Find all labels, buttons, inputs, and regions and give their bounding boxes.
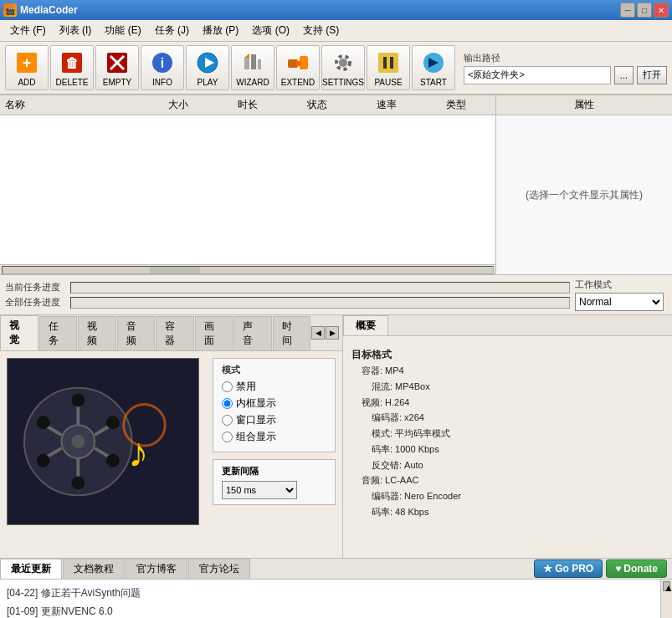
properties-panel: 属性 (选择一个文件显示其属性) xyxy=(496,95,672,274)
right-tab-summary[interactable]: 概要 xyxy=(343,315,388,335)
news-area-row: [04-22] 修正若干AviSynth问题 [01-09] 更新NVENC 6… xyxy=(0,580,672,618)
menu-list[interactable]: 列表 (I) xyxy=(53,22,99,39)
delete-icon: 🗑 xyxy=(59,49,85,76)
toolbar: + ADD 🗑 DELETE EMPTY i xyxy=(0,42,672,95)
app-icon: 🎬 xyxy=(3,3,17,17)
file-list-body[interactable] xyxy=(0,115,495,264)
right-panel: 概要 目标格式 容器: MP4 混流: MP4Box 视频: H.264 编码器… xyxy=(343,315,672,558)
menu-file[interactable]: 文件 (F) xyxy=(3,22,53,39)
info-button[interactable]: i INFO xyxy=(141,45,184,90)
close-button[interactable]: ✕ xyxy=(654,3,669,18)
browse-button[interactable]: ... xyxy=(614,66,634,84)
menu-function[interactable]: 功能 (E) xyxy=(98,22,147,39)
play-button[interactable]: PLAY xyxy=(186,45,229,90)
work-mode-label: 工作模式 xyxy=(575,278,612,291)
tab-task[interactable]: 任务 xyxy=(39,316,78,350)
output-path-input[interactable] xyxy=(464,66,611,84)
delete-button[interactable]: 🗑 DELETE xyxy=(50,45,94,90)
gopro-button[interactable]: ★ Go PRO xyxy=(534,559,603,578)
radio-window-label: 窗口显示 xyxy=(236,413,276,427)
svg-point-36 xyxy=(71,477,85,490)
work-mode-select[interactable]: Normal Background Server xyxy=(575,293,664,311)
all-progress-row: 全部任务进度 xyxy=(5,296,570,309)
summary-video: 视频: H.264 xyxy=(351,395,664,411)
svg-point-18 xyxy=(339,59,347,67)
scrollbar-thumb[interactable] xyxy=(150,267,200,273)
tab-container[interactable]: 容器 xyxy=(156,316,194,350)
titlebar-left: 🎬 MediaCoder xyxy=(3,3,78,17)
extend-button[interactable]: EXTEND xyxy=(276,45,320,90)
add-button[interactable]: + ADD xyxy=(5,45,49,90)
radio-window-input[interactable] xyxy=(222,415,233,426)
current-progress-row: 当前任务进度 xyxy=(5,281,570,294)
left-panel: 视觉 任务 视频 音频 容器 画面 声音 时间 ◀ ▶ xyxy=(0,315,343,558)
radio-combo-input[interactable] xyxy=(222,432,233,442)
news-scrollbar[interactable]: ▲ ▼ xyxy=(660,580,672,618)
news-tab-docs[interactable]: 文档教程 xyxy=(63,559,125,579)
current-progress-bar xyxy=(70,282,570,294)
svg-text:+: + xyxy=(23,54,32,71)
tab-prev-arrow[interactable]: ◀ xyxy=(311,326,325,340)
col-size: 大小 xyxy=(144,98,213,112)
news-tab-updates[interactable]: 最近更新 xyxy=(0,559,62,579)
menu-support[interactable]: 支持 (S) xyxy=(296,22,346,39)
svg-rect-20 xyxy=(378,53,398,73)
tab-picture[interactable]: 画面 xyxy=(195,316,233,350)
summary-audio: 音频: LC-AAC xyxy=(351,472,664,488)
donate-button[interactable]: ♥ Donate xyxy=(606,559,667,578)
add-icon: + xyxy=(13,49,40,76)
tab-video[interactable]: 视频 xyxy=(78,316,116,350)
radio-inner-input[interactable] xyxy=(222,398,233,409)
menu-task[interactable]: 任务 (J) xyxy=(148,22,196,39)
gopro-label: Go PRO xyxy=(555,563,593,575)
svg-rect-13 xyxy=(258,59,261,69)
radio-disabled-input[interactable] xyxy=(222,381,233,392)
svg-marker-14 xyxy=(244,54,249,58)
mode-title: 模式 xyxy=(222,364,326,376)
svg-text:🗑: 🗑 xyxy=(65,56,79,70)
tab-nav-arrows: ◀ ▶ xyxy=(311,326,342,340)
svg-rect-21 xyxy=(383,57,387,69)
scrollbar-track[interactable] xyxy=(2,266,494,274)
svg-rect-11 xyxy=(244,58,249,69)
properties-title: 属性 xyxy=(496,95,672,115)
maximize-button[interactable]: □ xyxy=(637,3,652,18)
scroll-up[interactable]: ▲ xyxy=(663,581,670,591)
svg-text:i: i xyxy=(161,56,164,70)
file-list-scrollbar[interactable] xyxy=(0,264,495,274)
start-button[interactable]: START xyxy=(412,45,455,90)
menu-play[interactable]: 播放 (P) xyxy=(196,22,245,39)
tab-audio[interactable]: 音频 xyxy=(117,316,156,350)
news-tab-forum[interactable]: 官方论坛 xyxy=(188,559,250,579)
progress-rows: 当前任务进度 全部任务进度 xyxy=(5,281,570,309)
radio-disabled: 禁用 xyxy=(222,380,326,394)
summary-content: 目标格式 容器: MP4 混流: MP4Box 视频: H.264 编码器: x… xyxy=(343,336,672,558)
empty-button[interactable]: EMPTY xyxy=(95,45,139,90)
mode-group: 模式 禁用 内框显示 窗口显示 组合显示 xyxy=(213,358,336,452)
svg-point-39 xyxy=(106,416,120,429)
minimize-button[interactable]: ─ xyxy=(620,3,635,18)
news-tab-blog[interactable]: 官方博客 xyxy=(126,559,187,579)
donate-label: Donate xyxy=(623,563,658,575)
col-speed: 速率 xyxy=(351,98,421,112)
donate-icon: ♥ xyxy=(615,563,621,575)
svg-point-35 xyxy=(71,394,85,407)
tab-time[interactable]: 时间 xyxy=(273,316,311,350)
menu-options[interactable]: 选项 (O) xyxy=(245,22,296,39)
tab-next-arrow[interactable]: ▶ xyxy=(326,326,339,340)
col-duration: 时长 xyxy=(213,98,283,112)
open-button[interactable]: 打开 xyxy=(637,66,667,84)
news-item-2: [01-09] 更新NVENC 6.0 xyxy=(7,603,654,618)
settings-button[interactable]: SETTINGS xyxy=(321,45,365,90)
interval-select[interactable]: 50 ms 100 ms 150 ms 200 ms 500 ms xyxy=(222,481,297,499)
svg-point-38 xyxy=(37,454,50,467)
tab-sound[interactable]: 声音 xyxy=(233,316,272,350)
wizard-button[interactable]: WIZARD xyxy=(231,45,274,90)
tab-preview[interactable]: 视觉 xyxy=(0,315,38,350)
scroll-track[interactable] xyxy=(661,593,672,618)
pause-button[interactable]: PAUSE xyxy=(367,45,410,90)
work-mode-section: 工作模式 Normal Background Server xyxy=(575,278,667,311)
gopro-icon: ★ xyxy=(543,563,552,575)
svg-point-40 xyxy=(106,454,120,467)
svg-rect-22 xyxy=(390,57,393,69)
